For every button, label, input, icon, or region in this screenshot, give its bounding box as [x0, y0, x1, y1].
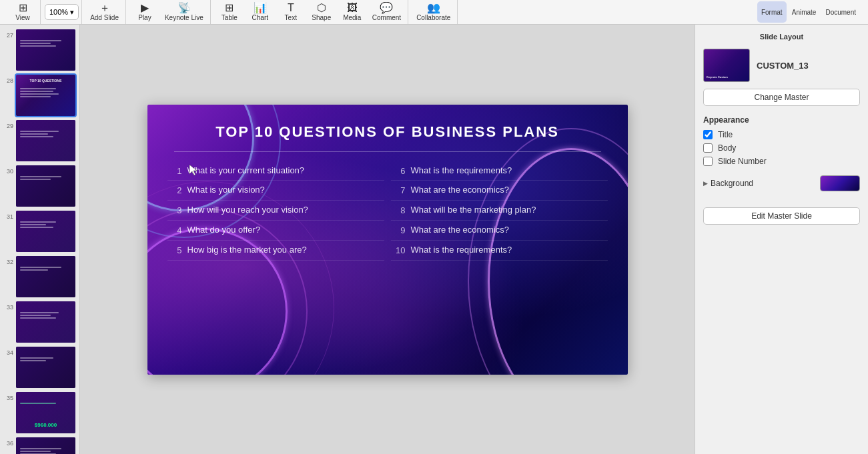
question-item: 8 What will be the marketing plan?	[391, 201, 608, 221]
slide-number: 33	[4, 304, 13, 311]
chart-button[interactable]: 📊 Chart	[246, 1, 275, 23]
play-label: Play	[138, 14, 151, 21]
animate-tab-button[interactable]: Animate	[788, 1, 821, 23]
questions-left-col: 1 What is your current situation? 2 What…	[167, 161, 384, 361]
inspector-panel: Slide Layout Keynote Custom CUSTOM_13 Ch…	[695, 25, 868, 454]
slide-price: $960.000	[35, 422, 57, 428]
master-preview-row: Keynote Custom CUSTOM_13	[703, 49, 860, 82]
view-group: ⊞ View	[5, 0, 41, 24]
background-chevron-icon: ▶	[703, 180, 708, 187]
question-item: 5 How big is the market you are?	[167, 241, 384, 261]
slide-thumb-title: TOP 10 QUESTIONS	[19, 79, 73, 83]
shape-button[interactable]: ⬡ Shape	[307, 1, 336, 23]
play-icon: ▶	[141, 3, 149, 13]
q-number: 3	[170, 205, 182, 215]
chart-label: Chart	[252, 14, 268, 21]
q-number: 4	[170, 225, 182, 235]
background-section: ▶ Background	[703, 175, 860, 191]
animate-tab-label: Animate	[792, 9, 817, 16]
keynote-live-label: Keynote Live	[165, 14, 203, 21]
presentation-slide[interactable]: TOP 10 QUESTIONS OF BUSINESS PLANS 1 Wha…	[147, 105, 628, 375]
table-button[interactable]: ⊞ Table	[215, 1, 244, 23]
mini-lines	[20, 267, 71, 272]
slide-number-checkbox-label: Slide Number	[718, 157, 767, 166]
slide-number: 31	[4, 213, 13, 220]
slide-thumbnail[interactable]	[16, 347, 75, 388]
keynote-live-icon: 📡	[177, 3, 191, 13]
q-text: What are the economics?	[411, 225, 509, 236]
q-number: 5	[170, 245, 182, 255]
slide-thumb-inner	[16, 437, 75, 454]
body-checkbox[interactable]	[703, 143, 713, 153]
body-checkbox-row: Body	[703, 143, 860, 153]
slide-item[interactable]: 31	[0, 209, 79, 254]
view-button[interactable]: ⊞ View	[8, 1, 37, 23]
slide-thumbnail[interactable]	[16, 256, 75, 297]
title-checkbox[interactable]	[703, 130, 713, 139]
slide-item-selected[interactable]: 28 TOP 10 QUESTIONS	[0, 73, 79, 118]
change-master-button[interactable]: Change Master	[703, 89, 860, 106]
play-button[interactable]: ▶ Play	[130, 1, 159, 23]
slide-item[interactable]: 27	[0, 27, 79, 73]
keynote-live-button[interactable]: 📡 Keynote Live	[161, 1, 207, 23]
q-text: What is the requirements?	[411, 165, 512, 177]
mini-lines	[20, 357, 71, 363]
slide-number: 29	[4, 123, 13, 129]
document-tab-label: Document	[825, 9, 856, 16]
shape-label: Shape	[312, 14, 331, 21]
title-checkbox-label: Title	[718, 130, 733, 139]
comment-label: Comment	[372, 14, 401, 21]
media-button[interactable]: 🖼 Media	[338, 1, 367, 23]
slide-thumbnail[interactable]	[16, 165, 75, 207]
background-color-swatch[interactable]	[820, 175, 860, 191]
comment-icon: 💬	[380, 3, 393, 13]
slide-item[interactable]: 33	[0, 299, 79, 345]
appearance-section: Appearance Title Body Slide Number	[703, 115, 860, 166]
question-item: 3 How will you reach your vision?	[167, 201, 384, 221]
slide-item[interactable]: 32	[0, 254, 79, 299]
q-number: 8	[394, 205, 406, 215]
slide-number: 30	[4, 168, 13, 175]
q-text: What is your current situation?	[187, 165, 305, 177]
slide-thumbnail-selected[interactable]: TOP 10 QUESTIONS	[16, 75, 75, 116]
slide-item[interactable]: 34	[0, 345, 79, 390]
q-text: What will be the marketing plan?	[411, 205, 536, 216]
insert-group: ⊞ Table 📊 Chart T Text ⬡ Shape 🖼 Media 💬…	[212, 0, 408, 24]
slide-thumbnail[interactable]	[16, 437, 75, 454]
zoom-control[interactable]: 100% ▾	[45, 4, 79, 20]
slide-item[interactable]: 35 $960.000	[0, 390, 79, 435]
document-tab-button[interactable]: Document	[821, 1, 860, 23]
slide-divider	[174, 151, 601, 152]
slide-item[interactable]: 30	[0, 163, 79, 209]
mini-lines	[20, 131, 71, 139]
slide-thumbnail[interactable]	[16, 29, 75, 71]
q-number: 10	[394, 245, 406, 255]
zoom-group: 100% ▾	[42, 0, 82, 24]
text-button[interactable]: T Text	[276, 1, 306, 23]
collaborate-group: 👥 Collaborate	[410, 0, 458, 24]
slide-thumbnail[interactable]: $960.000	[16, 392, 75, 433]
collaborate-button[interactable]: 👥 Collaborate	[412, 1, 454, 23]
questions-right-col: 6 What is the requirements? 7 What are t…	[391, 161, 608, 361]
slide-item[interactable]: 29	[0, 118, 79, 163]
media-label: Media	[343, 14, 361, 21]
slide-number: 32	[4, 259, 13, 265]
slide-thumb-inner	[16, 347, 75, 388]
question-item: 2 What is your vision?	[167, 181, 384, 201]
slide-item[interactable]: 36	[0, 435, 79, 454]
q-text: What do you offer?	[187, 225, 261, 236]
inspector-content: Slide Layout Keynote Custom CUSTOM_13 Ch…	[695, 25, 868, 454]
slide-number-checkbox[interactable]	[703, 157, 713, 166]
comment-button[interactable]: 💬 Comment	[368, 1, 405, 23]
slide-number: 28	[4, 77, 13, 84]
canvas-area[interactable]: TOP 10 QUESTIONS OF BUSINESS PLANS 1 Wha…	[80, 25, 695, 454]
slide-thumbnail[interactable]	[16, 120, 75, 161]
slide-thumbnail[interactable]	[16, 211, 75, 252]
slide-panel[interactable]: 27 28 TOP 10 QUESTIONS	[0, 25, 80, 454]
edit-master-button[interactable]: Edit Master Slide	[703, 207, 860, 225]
q-number: 1	[170, 166, 182, 176]
q-text: What are the economics?	[411, 185, 509, 196]
add-slide-button[interactable]: ＋ Add Slide	[86, 1, 123, 23]
format-tab-button[interactable]: Format	[757, 1, 787, 23]
slide-thumbnail[interactable]	[16, 301, 75, 343]
